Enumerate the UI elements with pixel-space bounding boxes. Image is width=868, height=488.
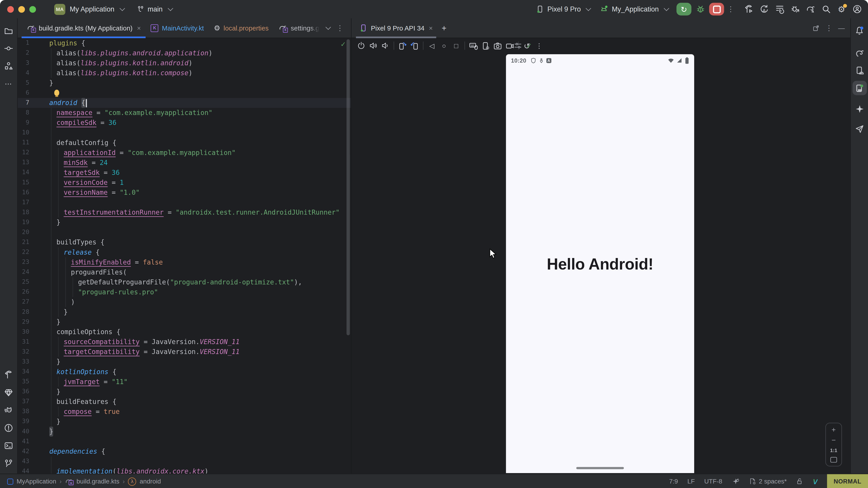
more-tool-windows-button[interactable]: ⋯ bbox=[1, 76, 16, 91]
close-tab-icon[interactable]: × bbox=[429, 24, 433, 32]
device-tab-pixel9pro[interactable]: Pixel 9 Pro API 34 × bbox=[356, 18, 436, 38]
code-line-11[interactable]: 11defaultConfig { bbox=[18, 138, 351, 148]
tab-mainactivity-kt[interactable]: K MainActivity.kt bbox=[146, 18, 209, 38]
panel-options-button[interactable]: ⋮ bbox=[825, 24, 833, 32]
code-line-40[interactable]: 40} bbox=[18, 427, 351, 436]
code-line-33[interactable]: 33} bbox=[18, 357, 351, 367]
code-line-41[interactable]: 41 bbox=[18, 436, 351, 447]
structure-tool-button[interactable] bbox=[1, 59, 16, 73]
editor-scrollbar[interactable] bbox=[346, 39, 350, 335]
apply-changes-restart-button[interactable] bbox=[773, 2, 786, 16]
zoom-fit-button[interactable] bbox=[830, 457, 837, 462]
code-line-30[interactable]: 30compileOptions { bbox=[18, 327, 351, 337]
apply-code-changes-button[interactable]: A bbox=[757, 2, 771, 16]
indent-setting[interactable]: ⚙ 2 spaces* bbox=[749, 477, 787, 485]
running-devices-tool-button[interactable] bbox=[852, 81, 867, 95]
code-line-26[interactable]: 26"proguard-rules.pro" bbox=[18, 287, 351, 297]
gradle-tool-button[interactable] bbox=[852, 45, 867, 60]
file-encoding[interactable]: UTF-8 bbox=[704, 478, 722, 485]
code-line-39[interactable]: 39} bbox=[18, 417, 351, 427]
notifications-tool-button[interactable] bbox=[852, 23, 867, 38]
overview-button[interactable]: □ bbox=[450, 39, 462, 52]
code-line-29[interactable]: 29} bbox=[18, 317, 351, 327]
code-line-32[interactable]: 32targetCompatibility = JavaVersion.VERS… bbox=[18, 347, 351, 357]
code-line-17[interactable]: 17 bbox=[18, 197, 351, 207]
problems-tool-button[interactable] bbox=[1, 420, 16, 435]
code-line-18[interactable]: 18testInstrumentationRunner = "androidx.… bbox=[18, 207, 351, 217]
version-control-tool-button[interactable] bbox=[1, 456, 16, 470]
search-everywhere-button[interactable] bbox=[819, 2, 833, 16]
code-line-21[interactable]: 21buildTypes { bbox=[18, 237, 351, 248]
terminal-tool-button[interactable] bbox=[1, 438, 16, 453]
screenshot-button[interactable] bbox=[492, 39, 504, 52]
logcat-tool-button[interactable] bbox=[1, 403, 16, 417]
line-ending[interactable]: LF bbox=[687, 478, 695, 485]
add-device-tab-button[interactable]: + bbox=[442, 23, 446, 33]
rotate-left-button[interactable] bbox=[396, 39, 408, 52]
project-selector[interactable]: My Application bbox=[70, 5, 123, 13]
tab-settings-gradle[interactable]: K settings.g bbox=[274, 18, 320, 38]
hidden-tabs-dropdown[interactable] bbox=[320, 18, 333, 38]
code-line-27[interactable]: 27) bbox=[18, 297, 351, 307]
navigation-pill[interactable] bbox=[576, 467, 624, 469]
gemini-assistant-tool-button[interactable] bbox=[852, 102, 867, 116]
breadcrumb-file[interactable]: build.gradle.kts bbox=[76, 478, 119, 485]
rotate-right-button[interactable] bbox=[408, 39, 421, 52]
tab-local-properties[interactable]: ⚙ local.properties bbox=[209, 18, 274, 38]
code-line-7[interactable]: 7android { bbox=[18, 98, 351, 108]
volume-down-button[interactable] bbox=[379, 39, 392, 52]
code-line-9[interactable]: 9compileSdk = 36 bbox=[18, 118, 351, 128]
code-line-14[interactable]: 14targetSdk = 36 bbox=[18, 168, 351, 177]
tab-build-gradle-kts[interactable]: K build.gradle.kts (My Application) × bbox=[22, 18, 146, 38]
code-line-10[interactable]: 10 bbox=[18, 128, 351, 138]
code-line-28[interactable]: 28} bbox=[18, 307, 351, 317]
breadcrumb-element[interactable]: android bbox=[140, 478, 161, 485]
zoom-in-button[interactable]: + bbox=[832, 427, 836, 433]
hide-panel-button[interactable]: — bbox=[838, 24, 845, 32]
code-line-44[interactable]: 44implementation(libs.androidx.core.ktx) bbox=[18, 466, 351, 474]
code-line-3[interactable]: 3alias(libs.plugins.kotlin.android) bbox=[18, 58, 351, 68]
tab-options-button[interactable]: ⋮ bbox=[333, 18, 347, 38]
code-line-42[interactable]: 42dependencies { bbox=[18, 447, 351, 456]
code-line-31[interactable]: 31sourceCompatibility = JavaVersion.VERS… bbox=[18, 337, 351, 347]
code-line-6[interactable]: 6 bbox=[18, 88, 351, 98]
code-line-35[interactable]: 35jvmTarget = "11" bbox=[18, 377, 351, 387]
code-line-4[interactable]: 4alias(libs.plugins.kotlin.compose) bbox=[18, 68, 351, 78]
vim-mode-badge[interactable]: NORMAL bbox=[827, 474, 868, 488]
volume-up-button[interactable] bbox=[367, 39, 379, 52]
code-line-36[interactable]: 36} bbox=[18, 387, 351, 397]
code-line-12[interactable]: 12applicationId = "com.example.myapplica… bbox=[18, 148, 351, 158]
caret-position[interactable]: 7:9 bbox=[669, 478, 678, 485]
gemini-tool-button[interactable] bbox=[1, 385, 16, 399]
code-line-23[interactable]: 23isMinifyEnabled = false bbox=[18, 257, 351, 267]
code-editor[interactable]: 1plugins {2alias(libs.plugins.android.ap… bbox=[18, 38, 351, 474]
code-line-13[interactable]: 13minSdk = 24 bbox=[18, 158, 351, 168]
code-line-8[interactable]: 8namespace = "com.example.myapplication" bbox=[18, 108, 351, 118]
inspections-ok-icon[interactable]: ✓ bbox=[340, 40, 346, 48]
build-tool-button[interactable] bbox=[1, 367, 16, 382]
settings-button[interactable]: ⚙ bbox=[835, 2, 848, 16]
close-window-button[interactable] bbox=[7, 6, 14, 12]
code-line-1[interactable]: 1plugins { bbox=[18, 38, 351, 48]
run-configuration-selector[interactable]: My_Application bbox=[600, 5, 668, 13]
emulator-more-button[interactable]: ⋮ bbox=[533, 39, 545, 52]
code-line-16[interactable]: 16versionName = "1.0" bbox=[18, 188, 351, 197]
live-edit-ok-icon[interactable]: ✓ bbox=[526, 42, 532, 50]
open-in-window-icon[interactable] bbox=[812, 24, 820, 32]
code-line-22[interactable]: 22release { bbox=[18, 248, 351, 257]
code-line-34[interactable]: 34kotlinOptions { bbox=[18, 367, 351, 377]
close-tab-icon[interactable]: × bbox=[137, 24, 141, 32]
power-button[interactable] bbox=[355, 39, 367, 52]
code-line-5[interactable]: 5} bbox=[18, 78, 351, 88]
code-line-19[interactable]: 19} bbox=[18, 217, 351, 227]
hardware-input-button[interactable] bbox=[467, 39, 479, 52]
code-line-25[interactable]: 25getDefaultProguardFile("proguard-andro… bbox=[18, 277, 351, 287]
vim-plugin-icon[interactable]: V bbox=[813, 477, 817, 486]
zoom-ratio-button[interactable]: 1:1 bbox=[830, 448, 837, 453]
commit-tool-button[interactable] bbox=[1, 41, 16, 55]
debug-button[interactable] bbox=[694, 2, 707, 16]
ui-settings-icon[interactable] bbox=[514, 41, 522, 50]
build-button[interactable] bbox=[742, 2, 755, 16]
code-line-43[interactable]: 43 bbox=[18, 456, 351, 466]
code-line-2[interactable]: 2alias(libs.plugins.android.application) bbox=[18, 48, 351, 58]
